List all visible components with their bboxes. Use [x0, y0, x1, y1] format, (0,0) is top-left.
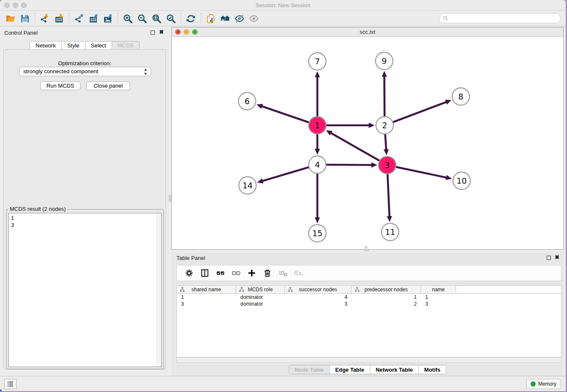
zoom-out-button[interactable] — [135, 13, 149, 25]
dropdown-stepper-icon — [143, 69, 148, 75]
column-header-successor-nodes[interactable]: successor nodes — [285, 286, 352, 293]
toolbar-separator — [118, 13, 118, 24]
zoom-fit-icon — [151, 14, 162, 24]
zoom-in-icon — [123, 14, 133, 24]
node-label-3: 3 — [385, 160, 390, 170]
table-body: 1dominator4113dominator323 — [177, 294, 561, 307]
edge-arrow-1-4 — [315, 149, 320, 155]
result-scrollbar[interactable] — [157, 213, 161, 367]
column-group-icon — [180, 287, 185, 292]
import-table-button[interactable] — [52, 13, 66, 25]
hide-selected-button[interactable] — [232, 13, 247, 25]
tab-style[interactable]: Style — [62, 41, 85, 49]
split-panel-button[interactable] — [197, 267, 212, 279]
control-panel-tabs: NetworkStyleSelectMCDS — [30, 41, 140, 50]
import-network-button[interactable] — [38, 13, 52, 25]
cell-predecessor-nodes[interactable]: 1 — [352, 294, 421, 301]
table-float-panel-icon[interactable] — [547, 256, 551, 260]
cell-successor-nodes[interactable]: 4 — [285, 294, 352, 301]
canvas-resize-handle[interactable] — [364, 246, 368, 248]
close-panel-icon[interactable]: ✖ — [159, 29, 164, 35]
cell-shared-name[interactable]: 3 — [177, 301, 236, 307]
tab-network-table[interactable]: Network Table — [370, 365, 419, 374]
export-network-icon — [74, 14, 84, 24]
toolbar-separator — [181, 13, 181, 24]
zoom-fit-button[interactable] — [149, 13, 164, 25]
edge-2-8[interactable] — [385, 102, 447, 125]
add-row-icon — [247, 268, 256, 278]
tab-select[interactable]: Select — [85, 41, 112, 49]
cell-shared-name[interactable]: 1 — [177, 294, 236, 301]
node-table: shared nameMCDS rolesuccessor nodesprede… — [176, 285, 561, 357]
select-all-rows-icon — [216, 268, 225, 278]
column-header-MCDS-role[interactable]: MCDS role — [236, 286, 285, 293]
delete-table-button — [275, 267, 291, 279]
memory-button[interactable]: Memory — [526, 379, 561, 389]
table-row[interactable]: 3dominator323 — [177, 301, 561, 307]
mcds-panel: Optimization criterion: strongly connect… — [3, 49, 166, 370]
refresh-network-button[interactable] — [184, 13, 198, 25]
column-header-shared-name[interactable]: shared name — [177, 286, 236, 293]
column-header-name[interactable]: name — [421, 286, 456, 293]
first-neighbors-button[interactable] — [218, 13, 232, 25]
save-session-button[interactable] — [18, 13, 32, 25]
node-label-8: 8 — [458, 92, 463, 101]
memory-label: Memory — [538, 381, 556, 387]
mcds-result-line: 3 — [11, 221, 159, 229]
cell-name[interactable]: 3 — [421, 301, 456, 307]
tab-node-table[interactable]: Node Table — [289, 365, 330, 374]
mcds-result-groupbox: MCDS result (2 nodes) 13 — [6, 209, 164, 369]
deselect-all-rows-icon — [231, 268, 241, 278]
delete-table-icon — [278, 268, 288, 278]
cell-predecessor-nodes[interactable]: 2 — [352, 301, 421, 307]
clone-network-button[interactable] — [204, 13, 218, 25]
app-window: Session: New Session Control Panel ✖ Net… — [0, 0, 566, 391]
criterion-dropdown[interactable]: strongly connected component — [19, 67, 151, 76]
cell-name[interactable]: 1 — [421, 294, 456, 301]
control-panel-title: Control Panel — [4, 30, 38, 36]
cell-successor-nodes[interactable]: 3 — [285, 301, 352, 307]
column-header-predecessor-nodes[interactable]: predecessor nodes — [352, 286, 421, 293]
select-all-rows-button[interactable] — [212, 267, 228, 279]
zoom-out-icon — [137, 14, 147, 24]
search-input[interactable] — [449, 14, 560, 22]
node-label-14: 14 — [242, 181, 253, 190]
edge-arrow-2-8 — [445, 99, 451, 105]
table-hscrollbar[interactable] — [176, 357, 561, 363]
run-mcds-button[interactable]: Run MCDS — [40, 81, 80, 90]
export-table-button[interactable] — [86, 13, 101, 25]
delete-row-button[interactable] — [259, 267, 275, 279]
cell-MCDS-role[interactable]: dominator — [236, 294, 285, 301]
cell-MCDS-role[interactable]: dominator — [236, 301, 285, 307]
deselect-all-rows-button[interactable] — [228, 267, 244, 279]
tab-network[interactable]: Network — [30, 41, 62, 49]
export-image-button[interactable] — [101, 13, 115, 25]
task-history-button[interactable] — [4, 379, 17, 389]
table-settings-button[interactable] — [181, 267, 197, 279]
tab-motifs[interactable]: Motifs — [419, 365, 446, 374]
edge-arrow-1-7 — [315, 72, 320, 77]
table-row[interactable]: 1dominator411 — [177, 294, 561, 301]
network-window-titlebar[interactable]: ✕ − + scc.txt — [172, 28, 563, 37]
open-session-icon — [6, 14, 16, 24]
mcds-result-text[interactable]: 13 — [8, 213, 162, 367]
tab-edge-table[interactable]: Edge Table — [330, 365, 370, 374]
control-panel: Control Panel ✖ NetworkStyleSelectMCDS O… — [0, 27, 169, 376]
network-canvas[interactable]: 7968124314101511 — [172, 37, 563, 249]
zoom-in-button[interactable] — [121, 13, 135, 25]
svg-text:f(x): f(x) — [294, 269, 303, 276]
tab-mcds[interactable]: MCDS — [112, 41, 139, 49]
search-box[interactable] — [439, 13, 561, 23]
add-row-button[interactable] — [244, 267, 259, 279]
open-session-button[interactable] — [3, 13, 18, 25]
edge-arrow-3-10 — [446, 175, 452, 180]
export-network-button[interactable] — [72, 13, 86, 25]
zoom-selected-button[interactable] — [164, 13, 178, 25]
column-header-filler — [456, 286, 561, 293]
edge-3-1[interactable] — [330, 133, 387, 165]
table-close-panel-icon[interactable]: ✖ — [555, 254, 559, 260]
node-label-7: 7 — [315, 57, 320, 66]
table-panel-title: Table Panel — [176, 255, 205, 261]
close-panel-button[interactable]: Close panel — [86, 81, 130, 90]
float-panel-icon[interactable] — [151, 30, 155, 35]
